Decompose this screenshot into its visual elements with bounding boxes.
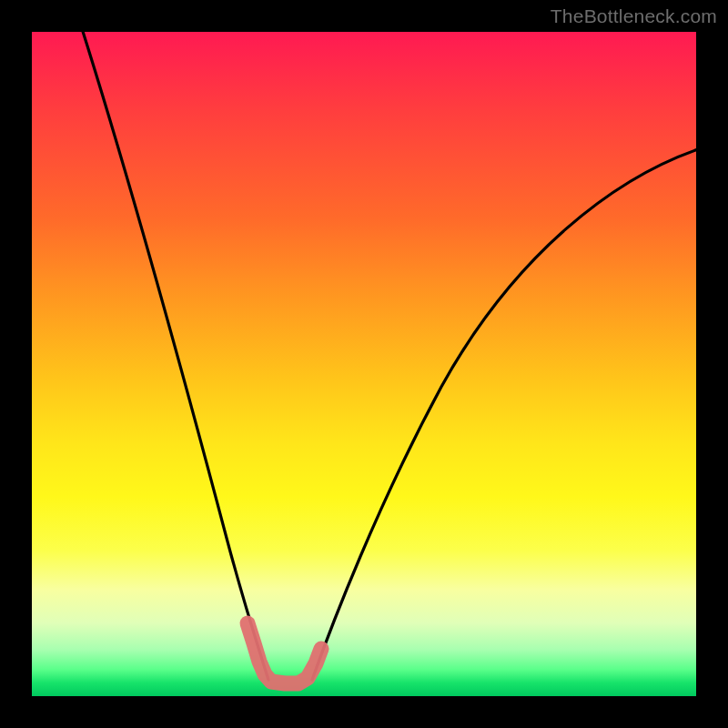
watermark-text: TheBottleneck.com: [551, 5, 717, 27]
plot-area: [32, 32, 696, 696]
optimal-zone-marker: [248, 623, 321, 683]
curve-right-branch: [312, 148, 701, 680]
curve-layer: [32, 32, 696, 696]
chart-frame: TheBottleneck.com: [0, 0, 728, 728]
curve-left-branch: [80, 23, 268, 680]
